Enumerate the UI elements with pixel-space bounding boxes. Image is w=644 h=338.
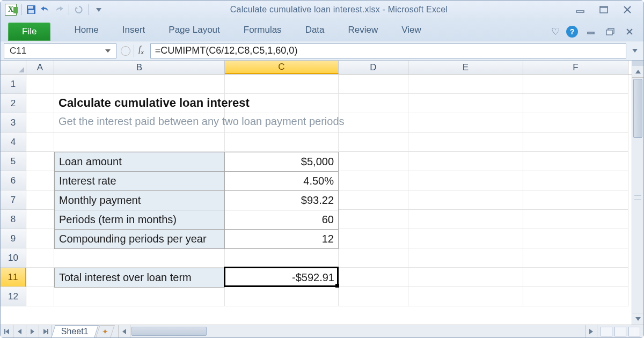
ribbon-minimize-icon[interactable]: ♡ [551,26,560,38]
close-button[interactable] [621,5,634,14]
column-headers: A B C D E F [1,61,632,75]
tab-view[interactable]: View [390,20,433,41]
sheet-nav-next[interactable] [26,325,39,337]
workbook-minimize-button[interactable] [584,27,597,36]
formula-bar-buttons: fx [120,45,147,56]
formula-input[interactable]: =CUMIPMT(C6/12,C8,C5,1,60,0) [150,43,626,58]
svg-marker-14 [5,329,9,334]
row-4: 4 [1,133,632,152]
maximize-button[interactable] [597,5,610,14]
tab-data[interactable]: Data [294,20,336,41]
cell-C5[interactable]: $5,000 [224,152,339,172]
cell-B11[interactable]: Total interest over loan term [54,268,225,288]
cell-B7[interactable]: Monthly payment [54,190,225,210]
cell-C7[interactable]: $93.22 [224,190,339,210]
vscroll-split-handle[interactable] [632,61,643,66]
formula-text: =CUMIPMT(C6/12,C8,C5,1,60,0) [155,45,298,56]
row-header-9[interactable]: 9 [1,229,26,248]
row-header-4[interactable]: 4 [1,133,26,152]
name-box[interactable]: C11 [4,43,116,58]
col-header-A[interactable]: A [26,61,54,74]
tab-home[interactable]: Home [62,20,110,41]
hscroll-track[interactable] [130,325,585,337]
col-header-F[interactable]: F [523,61,628,74]
hscroll-left-button[interactable] [119,325,130,337]
sheet-nav-buttons [1,325,52,337]
view-page-layout-icon[interactable] [614,327,626,336]
ribbon-tabs: File Home Insert Page Layout Formulas Da… [1,19,643,41]
svg-rect-2 [28,10,34,13]
sheet-nav-last[interactable] [39,325,52,337]
col-header-C[interactable]: C [225,61,339,74]
refresh-icon[interactable] [74,4,84,15]
row-header-12[interactable]: 12 [1,287,26,306]
row-header-7[interactable]: 7 [1,190,26,210]
row-header-11[interactable]: 11 [1,268,26,287]
cell-C8[interactable]: 60 [224,210,339,230]
vscroll-up-button[interactable] [632,66,643,78]
hscroll-thumb[interactable] [131,327,207,336]
window-title: Calculate cumulative loan interest.xlsx … [104,5,574,14]
vscroll-track[interactable] [632,78,643,313]
cancel-formula-icon[interactable] [121,46,130,56]
redo-icon[interactable] [54,4,64,15]
new-sheet-icon: ✦ [102,327,108,336]
vscroll-thumb[interactable] [633,79,642,138]
workbook-restore-button[interactable] [604,27,617,36]
file-tab[interactable]: File [8,23,50,41]
col-header-E[interactable]: E [408,61,523,74]
tab-formulas[interactable]: Formulas [232,20,294,41]
cell-B8[interactable]: Periods (term in months) [54,210,225,230]
quick-access-toolbar: X [5,4,104,16]
horizontal-scrollbar[interactable] [118,325,597,337]
row-2: 2 [1,94,632,113]
workbook-close-button[interactable] [623,27,636,36]
name-box-value: C11 [10,46,26,56]
row-header-10[interactable]: 10 [1,248,26,268]
row-header-3[interactable]: 3 [1,113,26,133]
hscroll-right-button[interactable] [585,325,597,337]
vertical-scrollbar[interactable] [632,61,643,325]
tab-insert[interactable]: Insert [111,20,157,41]
cell-B6[interactable]: Interest rate [54,171,225,191]
view-page-break-icon[interactable] [628,327,640,336]
row-1: 1 [1,75,632,94]
worksheet-area: A B C D E F 123456789101112 Calculate cu… [1,61,643,325]
col-header-B[interactable]: B [54,61,225,74]
sheet-tab-label: Sheet1 [61,327,89,336]
cell-B5[interactable]: Loan amount [54,152,225,172]
row-header-8[interactable]: 8 [1,210,26,229]
row-header-1[interactable]: 1 [1,75,26,94]
excel-logo-icon[interactable]: X [5,4,17,16]
cell-C9[interactable]: 12 [224,229,339,249]
help-icon[interactable]: ? [566,26,578,38]
insert-function-icon[interactable]: fx [134,45,146,56]
new-sheet-button[interactable]: ✦ [96,325,114,337]
row-3: 3 [1,113,632,133]
minimize-button[interactable] [574,5,587,14]
name-box-dropdown-icon[interactable] [105,49,111,53]
row-header-6[interactable]: 6 [1,171,26,190]
view-normal-icon[interactable] [601,327,612,336]
undo-icon[interactable] [40,4,50,15]
sheet-nav-first[interactable] [1,325,13,337]
qat-customize-icon[interactable] [93,4,104,15]
vscroll-down-button[interactable] [632,313,643,325]
grid[interactable]: A B C D E F 123456789101112 Calculate cu… [1,61,632,325]
cell-C11[interactable]: -$592.91 [225,268,339,287]
sheet-nav-prev[interactable] [13,325,26,337]
qat-divider-3 [89,4,89,15]
expand-formula-bar-icon[interactable] [630,49,640,53]
title-bar: X Calculate cumulative loan interest.xls… [1,1,643,19]
row-header-2[interactable]: 2 [1,94,26,113]
save-icon[interactable] [26,4,36,15]
cell-C6[interactable]: 4.50% [224,171,339,191]
sheet-tab-sheet1[interactable]: Sheet1 [51,325,98,337]
tab-page-layout[interactable]: Page Layout [157,20,231,41]
svg-rect-10 [606,30,612,35]
tab-review[interactable]: Review [336,20,390,41]
col-header-D[interactable]: D [339,61,408,74]
select-all-corner[interactable] [1,61,26,74]
row-header-5[interactable]: 5 [1,152,26,171]
cell-B9[interactable]: Compounding periods per year [54,229,225,249]
